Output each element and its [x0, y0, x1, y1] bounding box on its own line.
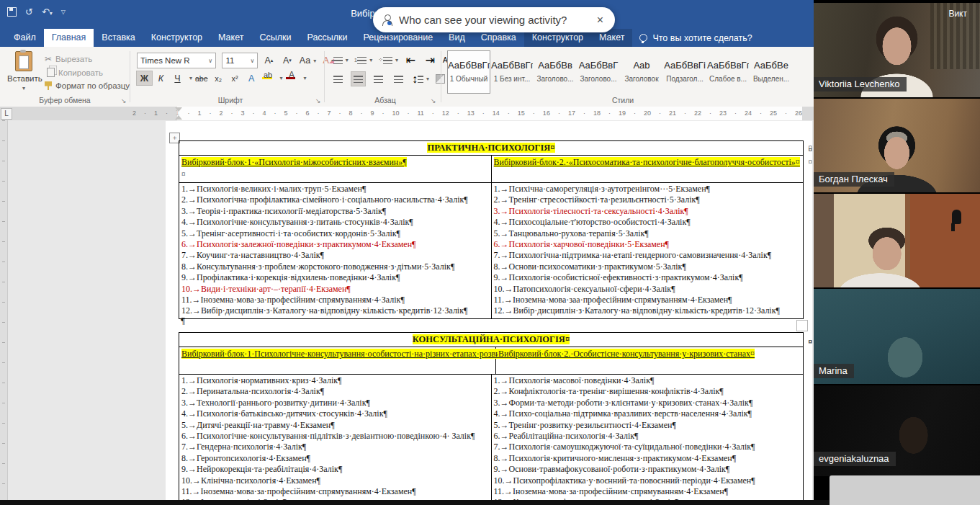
course-item[interactable]: 11.→Іноземна·мова·за·професійним·спрямув…	[494, 486, 802, 497]
cut-button[interactable]: ✂Вырезать	[45, 54, 92, 64]
course-item[interactable]: 4.→Психологічне·консультування·з·питань·…	[181, 217, 490, 228]
style-title[interactable]: АabЗаголовок	[621, 51, 662, 93]
course-item[interactable]: 2.→Тренінг·стресостійкості·та·резильєнтн…	[494, 195, 802, 205]
course-item[interactable]: 5.→Танцювально-рухова·терапія·5·Залік¶	[494, 228, 802, 239]
tab-insert[interactable]: Вставка	[94, 29, 143, 47]
course-item[interactable]: 6.→Психологічне·консультування·підлітків…	[181, 431, 490, 442]
course-item[interactable]: 7.→Гендерна·психологія·4·Залік¶	[181, 442, 490, 452]
font-size-combobox[interactable]: 11∨	[222, 53, 258, 68]
course-item[interactable]: 11.→Іноземна·мова·заа·професійним·спряму…	[494, 295, 802, 305]
course-item[interactable]: 6.→Психологія·залежної·поведінки·з·практ…	[181, 239, 490, 250]
tab-home[interactable]: Главная	[44, 29, 94, 47]
tab-design[interactable]: Конструктор	[143, 29, 210, 47]
style-emphasis[interactable]: АаБбВеВыделен...	[750, 51, 792, 93]
block2-header-cell[interactable]: Вибірковий·блок·2.·«Психосоматика·та·пси…	[492, 156, 804, 182]
course-item[interactable]: 9.→Профілактика·і·корекція·відхилень·пов…	[181, 272, 490, 283]
highlight-color-button[interactable]: ab	[261, 71, 276, 85]
table-title[interactable]: ПРАКТИЧНА·ПСИХОЛОГІЯ¤ ¤	[179, 141, 803, 156]
course-item[interactable]: 5.→Дитячі·реакції·на·травму·4·Екзамен¶	[181, 420, 490, 431]
course-item[interactable]: 1.→Психологія·масової·поведінки·4·Залік¶	[494, 375, 802, 386]
bold-button[interactable]: Ж	[137, 71, 152, 85]
course-item[interactable]: 4.→Психосоціальне·т'юторство·особистості…	[494, 217, 802, 228]
table-consulting-psychology[interactable]: КОНСУЛЬТАЦІЙНА·ПСИХОЛОГІЯ¤ ¤ Вибірковий·…	[179, 332, 804, 505]
ruler-vertical[interactable]	[0, 120, 8, 505]
tab-references[interactable]: Ссылки	[251, 29, 299, 47]
course-item[interactable]: 12.→Вибір·дисциплін·з·Каталогу·на·відпов…	[494, 305, 802, 316]
video-tile-unnamed[interactable]	[814, 194, 980, 287]
paragraph-dialog-launcher-icon[interactable]: ↘	[431, 97, 436, 104]
tab-file[interactable]: Файл	[6, 29, 44, 47]
course-item[interactable]: 1.→Психологія·нормативних·криз·4·Залік¶	[181, 375, 490, 386]
course-item[interactable]: 7.→Психологія·самоушкоджуючої·та·суїцида…	[494, 442, 802, 452]
superscript-button[interactable]: x²	[228, 71, 243, 85]
course-item[interactable]: 7.→Коучинг·та·наставництво·4·Залік¶	[181, 250, 490, 261]
course-item[interactable]: 5.→Тренінг·асертивності·і·та·особистих·к…	[181, 228, 490, 239]
shrink-font-button[interactable]: А▾	[279, 54, 295, 68]
style-subtitle[interactable]: АаБбВвГіПодзагол...	[664, 51, 706, 93]
video-tile-bogdan-pleskach[interactable]: Богдан Плескач	[814, 99, 980, 192]
grow-font-button[interactable]: А▴	[261, 54, 277, 68]
video-tile-marina[interactable]: Marina	[814, 289, 980, 384]
course-item[interactable]: 9.→Нейрокорекція·та·реабілітація·4·Залік…	[181, 464, 490, 475]
course-item[interactable]: 3.→Теорія·і·практика·психології·медіатор…	[181, 206, 490, 217]
italic-button[interactable]: К	[153, 71, 168, 85]
course-item[interactable]: 10.→Види·і·техніки·арт·–·терапії·4·Екзам…	[181, 284, 490, 295]
course-item[interactable]: 2.→Конфліктологія·та·тренінг·вирішення·к…	[494, 386, 802, 397]
course-item[interactable]: 11.→Іноземна·мова·за·професійним·спрямув…	[181, 295, 490, 305]
block2-course-list[interactable]: 1.→Психічна·саморегуляція·з·аутотренінго…	[492, 183, 804, 318]
hanging-indent-marker[interactable]	[175, 115, 182, 120]
course-item[interactable]: 10.→Психопрофілактика·у·воєнний·та·повоє…	[494, 475, 802, 486]
course-item[interactable]: 2.→Психологічна·профілактика·сімейного·і…	[181, 195, 490, 205]
strikethrough-button[interactable]: abe	[194, 71, 210, 85]
multilevel-list-button[interactable]: ⁘▾	[378, 53, 398, 67]
block2-header-cell[interactable]: Вибірковий·блок·2.·Особистісне·консульту…	[496, 347, 803, 374]
video-tile-evgeniakaluznaa[interactable]: evgeniakaluznaa	[814, 385, 980, 476]
course-item[interactable]: 1.→Психічна·саморегуляція·з·аутотренінго…	[494, 184, 802, 195]
course-item[interactable]: 8.→Психологія·критичного·мислення·з·прак…	[494, 453, 802, 464]
course-item[interactable]: 8.→Геронтопсихологія·4·Екзамен¶	[181, 453, 490, 464]
course-item[interactable]: 4.→Психо-соціальна·підтримка·вразливих·в…	[494, 408, 802, 419]
tell-me-box[interactable]: Что вы хотите сделать?	[632, 29, 759, 47]
bullets-button[interactable]: •▾	[331, 53, 349, 67]
subscript-button[interactable]: x₂	[211, 71, 226, 85]
align-left-button[interactable]	[331, 72, 345, 86]
block2-course-list[interactable]: 1.→Психологія·масової·поведінки·4·Залік¶…	[492, 375, 804, 505]
font-color-dropdown-icon[interactable]: ▾	[304, 75, 307, 81]
table-practical-psychology[interactable]: ПРАКТИЧНА·ПСИХОЛОГІЯ¤ ¤ Вибірковий·блок·…	[179, 140, 804, 319]
underline-button[interactable]: Ч	[170, 71, 185, 85]
tab-mailings[interactable]: Рассылки	[299, 29, 355, 47]
course-item[interactable]: 3.→Форми·та·методи·роботи·з·клієнтами·у·…	[494, 398, 802, 408]
decrease-indent-button[interactable]: ⇤	[404, 53, 418, 67]
paste-button[interactable]: Вставить ▾	[7, 51, 40, 99]
course-item[interactable]: 9.→Основи·травмафокусованої·роботи·з·пра…	[494, 464, 802, 475]
course-item[interactable]: 5.→Тренінг·розвитку·резильєнтності·4·Екз…	[494, 420, 802, 431]
table-resize-handle[interactable]	[796, 320, 808, 331]
block1-course-list[interactable]: 1.→Психологія·великих·і·малих·труп·5·Екз…	[179, 183, 492, 318]
numbering-button[interactable]: 1▾	[354, 53, 372, 67]
first-line-indent-marker[interactable]	[175, 107, 182, 112]
course-item[interactable]: 3.→Технології·раннього·розвитку·дитини·4…	[181, 398, 490, 408]
table-title[interactable]: КОНСУЛЬТАЦІЙНА·ПСИХОЛОГІЯ¤ ¤	[179, 333, 803, 347]
block1-header-cell[interactable]: Вибірковий·блок·1·«Психологія·міжособист…	[179, 156, 492, 182]
format-painter-button[interactable]: Формат по образцу	[45, 81, 130, 90]
font-color-button[interactable]: А	[284, 71, 300, 85]
style-normal[interactable]: АаБбВвГг,1 Обычный	[448, 51, 490, 93]
course-item[interactable]: 12.→Вибір·дисциплін·з·Каталогу·на·відпов…	[181, 305, 490, 316]
underline-dropdown-icon[interactable]: ▾	[189, 75, 192, 81]
line-spacing-button[interactable]: ↕▾	[412, 72, 429, 86]
course-item[interactable]: 1.→Психологія·великих·і·малих·труп·5·Екз…	[181, 184, 490, 195]
align-center-button[interactable]	[351, 72, 365, 86]
style-heading2[interactable]: АаБбВвГЗаголово...	[577, 51, 619, 93]
style-no-spacing[interactable]: АаБбВвГг,1 Без инт...	[491, 51, 533, 93]
course-item[interactable]: 10.→Клінічна·психологія·4·Екзамен¶	[181, 475, 490, 486]
course-item[interactable]: 8.→Основи·психосоматики·з·практикумом·5·…	[494, 262, 802, 272]
block1-header-cell[interactable]: Вибірковий·блок·1·Психологічне·консульту…	[179, 347, 496, 374]
close-icon[interactable]: ×	[594, 14, 606, 27]
copy-button[interactable]: Копировать	[45, 68, 103, 77]
document-page[interactable]: + ПРАКТИЧНА·ПСИХОЛОГІЯ¤ ¤ Вибірковий·бло…	[166, 121, 812, 505]
viewing-activity-notification[interactable]: Who can see your viewing activity? ×	[373, 7, 615, 32]
style-subtle-emphasis[interactable]: АаБбВвГг,Слабое в...	[707, 51, 749, 93]
justify-button[interactable]	[392, 72, 405, 86]
block1-course-list[interactable]: 1.→Психологія·нормативних·криз·4·Залік¶2…	[179, 375, 492, 505]
course-item[interactable]: 9.→Психологія·особистісної·ефективності·…	[494, 272, 802, 283]
